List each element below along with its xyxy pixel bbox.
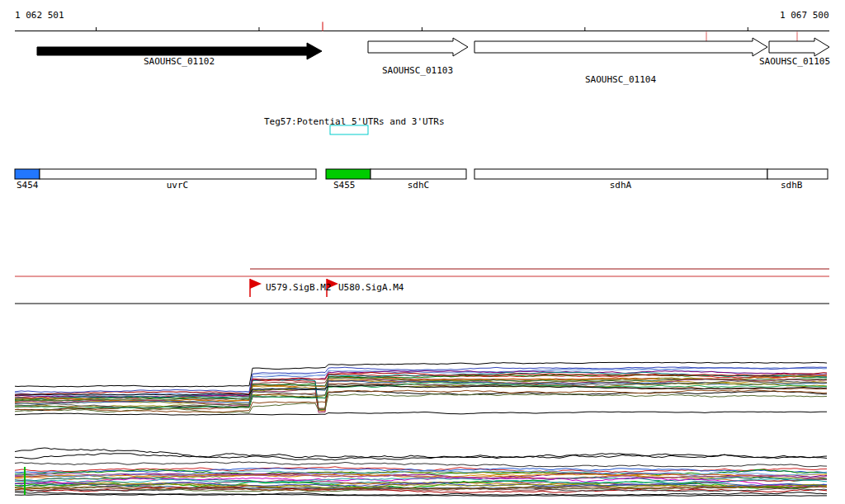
ruler-end-coordinate: 1 067 500 — [780, 11, 829, 21]
tss-flag[interactable] — [250, 279, 262, 289]
expression-trace — [15, 462, 827, 467]
gene-arrow-SAOUHSC_01105[interactable] — [769, 38, 829, 56]
feature-box-S454[interactable] — [15, 169, 40, 179]
feature-label-s454: S454 — [17, 181, 39, 191]
gene-label-saouhsc-01104: SAOUHSC_01104 — [585, 75, 656, 85]
gene-arrow-SAOUHSC_01103[interactable] — [368, 38, 468, 56]
gene-label-saouhsc-01105: SAOUHSC_01105 — [759, 57, 830, 67]
genome-browser-view: 1 062 501 1 067 500 SAOUHSC_01102 SAOUHS… — [0, 0, 845, 504]
feature-label-sdha: sdhA — [610, 181, 632, 191]
feature-label-sdhb: sdhB — [781, 181, 803, 191]
feature-box-uvrC[interactable] — [40, 169, 316, 179]
ruler-start-coordinate: 1 062 501 — [15, 11, 64, 21]
expression-trace — [15, 454, 827, 460]
feature-box-sdhA[interactable] — [474, 169, 767, 179]
feature-box-sdhC[interactable] — [371, 169, 466, 179]
gene-label-saouhsc-01102: SAOUHSC_01102 — [144, 57, 215, 67]
gene-label-saouhsc-01103: SAOUHSC_01103 — [382, 66, 453, 76]
feature-box-S455[interactable] — [326, 169, 371, 179]
feature-label-sdhc: sdhC — [408, 181, 430, 191]
feature-label-uvrc: uvrC — [167, 181, 189, 191]
expression-panel-upper — [15, 355, 829, 427]
tss-flag-label-u579: U579.SigB.M2 — [266, 283, 331, 293]
feature-label-s455: S455 — [333, 181, 356, 191]
tss-flag-label-u580: U580.SigA.M4 — [338, 283, 404, 293]
expression-trace — [15, 492, 827, 495]
gene-arrow-SAOUHSC_01104[interactable] — [474, 38, 767, 56]
utr-track-title: Teg57:Potential 5'UTRs and 3'UTRs — [264, 117, 445, 127]
feature-box-sdhB[interactable] — [767, 169, 828, 179]
expression-trace — [15, 412, 827, 415]
expression-panel-lower — [15, 445, 829, 500]
